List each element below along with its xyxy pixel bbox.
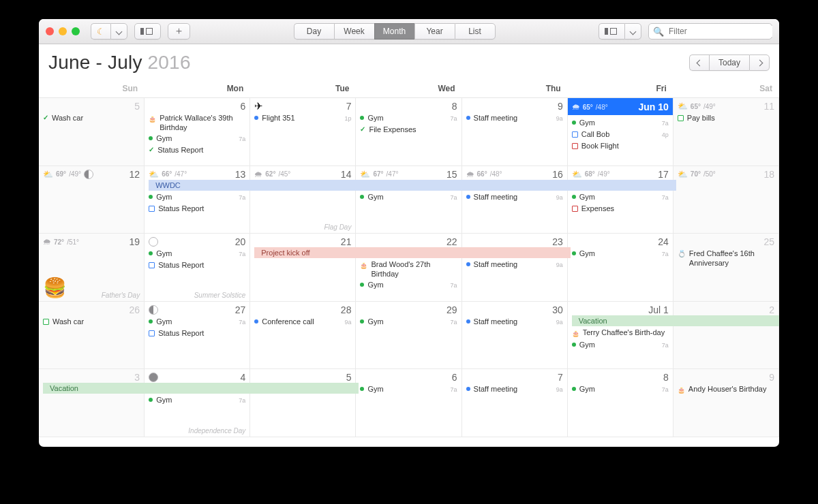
day-cell[interactable]: ⛅68°/49°17Gym7aExpenses bbox=[568, 166, 673, 234]
day-cell[interactable]: 23Staff meeting9a bbox=[462, 234, 568, 302]
day-cell[interactable]: 8Gym7a✓File Expenses bbox=[356, 98, 461, 166]
event-item[interactable]: Gym7a bbox=[149, 133, 245, 144]
event-item[interactable]: Staff meeting9a bbox=[466, 112, 563, 124]
event-item[interactable]: Gym7a bbox=[572, 339, 669, 351]
event-item[interactable]: 🎂Terry Chaffee's Birth-day bbox=[572, 327, 669, 339]
event-item[interactable]: Book Flight bbox=[572, 140, 669, 151]
event-item[interactable]: 🎂Patrick Wallace's 39th Birthday bbox=[149, 112, 245, 133]
event-item[interactable]: 🎂Andy Houser's Birthday bbox=[678, 383, 774, 396]
event-time: 9a bbox=[556, 385, 563, 394]
day-cell[interactable]: 2 bbox=[673, 302, 779, 370]
day-cell[interactable]: 24Gym7a bbox=[568, 234, 673, 302]
event-item[interactable]: Gym7a bbox=[360, 383, 457, 395]
day-cell[interactable]: ⛅70°/50°18 bbox=[673, 166, 779, 234]
checkbox-icon bbox=[149, 330, 155, 336]
event-item[interactable]: Gym7a bbox=[149, 191, 245, 203]
event-item[interactable]: Gym7a bbox=[360, 279, 457, 291]
weather-hi: 72° bbox=[54, 238, 64, 246]
dot-icon bbox=[466, 387, 470, 391]
mode-dropdown[interactable] bbox=[110, 23, 127, 40]
event-item[interactable]: Staff meeting9a bbox=[466, 259, 563, 270]
day-cell[interactable]: ⛅69°/49° 12 bbox=[39, 166, 145, 234]
add-event-button[interactable]: ＋ bbox=[168, 23, 190, 40]
day-cell[interactable]: 21 bbox=[250, 234, 356, 302]
inspector-button[interactable] bbox=[599, 23, 624, 40]
day-cell[interactable]: ✈7Flight 3511p bbox=[250, 98, 356, 166]
minimize-icon[interactable] bbox=[59, 27, 67, 35]
day-cell[interactable]: 30Staff meeting9a bbox=[462, 302, 568, 370]
event-item[interactable]: Status Report bbox=[149, 328, 245, 338]
event-item[interactable]: Gym7a bbox=[149, 394, 245, 406]
day-cell[interactable]: 6🎂Patrick Wallace's 39th BirthdayGym7a✓S… bbox=[145, 98, 250, 166]
day-cell[interactable]: 🌧72°/51°19Father's Day🍔 bbox=[39, 234, 145, 302]
month-grid[interactable]: 5✓Wash car6🎂Patrick Wallace's 39th Birth… bbox=[39, 98, 779, 437]
event-item[interactable]: Gym7a bbox=[360, 316, 457, 328]
event-item[interactable]: Wash car bbox=[43, 316, 140, 327]
view-list[interactable]: List bbox=[455, 23, 496, 40]
view-month[interactable]: Month bbox=[374, 23, 414, 40]
event-item[interactable]: ✓Status Report bbox=[149, 144, 245, 155]
event-item[interactable]: 💍Fred Chaffee's 16th Anniversary bbox=[678, 248, 774, 268]
event-item[interactable]: 🎂Brad Wood's 27th Birthday bbox=[360, 259, 457, 279]
day-cell[interactable]: ⛅66°/47°13Gym7aStatus Report bbox=[145, 166, 250, 234]
event-item[interactable]: Gym7a bbox=[572, 383, 669, 395]
day-cell[interactable]: 27Gym7aStatus Report bbox=[145, 302, 250, 370]
day-cell[interactable]: 20Gym7aStatus ReportSummer Solstice bbox=[145, 234, 250, 302]
event-label: Fred Chaffee's 16th Anniversary bbox=[689, 249, 774, 268]
event-item[interactable]: Gym7a bbox=[360, 112, 457, 124]
day-cell[interactable]: 22🎂Brad Wood's 27th BirthdayGym7a bbox=[356, 234, 461, 302]
night-mode-button[interactable]: ☾ bbox=[91, 23, 110, 40]
event-item[interactable]: Gym7a bbox=[572, 117, 669, 129]
day-cell[interactable]: 4Gym7aIndependence Day bbox=[145, 369, 250, 437]
day-cell[interactable]: 🌧66°/48°16Staff meeting9a bbox=[462, 166, 568, 234]
event-item[interactable]: Status Report bbox=[149, 203, 245, 214]
event-item[interactable]: Conference call9a bbox=[254, 316, 351, 328]
day-cell[interactable]: 8Gym7a bbox=[568, 369, 673, 437]
day-cell[interactable]: ⛅67°/47°15Gym7a bbox=[356, 166, 461, 234]
event-item[interactable]: Flight 3511p bbox=[254, 112, 351, 124]
zoom-icon[interactable] bbox=[72, 27, 80, 35]
dow-tue: Tue bbox=[250, 81, 356, 97]
event-item[interactable]: Gym7a bbox=[149, 248, 245, 259]
day-cell[interactable]: Jul 1🎂Terry Chaffee's Birth-dayGym7a bbox=[568, 302, 673, 370]
search-field[interactable]: 🔍 bbox=[648, 23, 772, 40]
event-item[interactable]: Pay bills bbox=[678, 112, 774, 123]
day-cell[interactable]: 🌧62°/45°14Flag Day bbox=[250, 166, 356, 234]
day-cell[interactable]: 29Gym7a bbox=[356, 302, 461, 370]
event-item[interactable]: ✓Wash car bbox=[43, 112, 140, 123]
search-input[interactable] bbox=[667, 26, 772, 37]
day-cell[interactable]: 28Conference call9a bbox=[250, 302, 356, 370]
close-icon[interactable] bbox=[46, 27, 54, 35]
day-cell[interactable]: 6Gym7a bbox=[356, 369, 461, 437]
event-item[interactable]: Gym7a bbox=[149, 316, 245, 328]
day-cell[interactable]: ⛅65°/49°11Pay bills bbox=[673, 98, 779, 166]
today-button[interactable]: Today bbox=[709, 54, 749, 71]
day-cell[interactable]: 5✓Wash car bbox=[39, 98, 145, 166]
day-cell[interactable]: 26Wash car bbox=[39, 302, 145, 370]
event-item[interactable]: Expenses bbox=[572, 203, 669, 214]
event-item[interactable]: Gym7a bbox=[360, 191, 457, 203]
prev-month-button[interactable] bbox=[689, 54, 709, 71]
event-item[interactable]: Status Report bbox=[149, 259, 245, 270]
event-item[interactable]: Gym7a bbox=[572, 248, 669, 259]
day-cell[interactable]: 9Staff meeting9a bbox=[462, 98, 568, 166]
day-cell[interactable]: 7Staff meeting9a bbox=[462, 369, 568, 437]
event-item[interactable]: Staff meeting9a bbox=[466, 316, 563, 328]
day-cell[interactable]: 🌧65°/48°Jun 10Gym7aCall Bob4pBook Flight bbox=[568, 98, 673, 166]
day-cell[interactable]: 9🎂Andy Houser's Birthday bbox=[673, 369, 779, 437]
event-label: Expenses bbox=[581, 204, 669, 213]
event-item[interactable]: Gym7a bbox=[572, 191, 669, 203]
day-cell[interactable]: 3 bbox=[39, 369, 145, 437]
next-month-button[interactable] bbox=[749, 54, 770, 71]
event-item[interactable]: Staff meeting9a bbox=[466, 383, 563, 395]
sidebar-toggle-button[interactable] bbox=[134, 23, 161, 40]
event-item[interactable]: Staff meeting9a bbox=[466, 191, 563, 203]
event-item[interactable]: ✓File Expenses bbox=[360, 124, 457, 135]
day-cell[interactable]: 5 bbox=[250, 369, 356, 437]
event-item[interactable]: Call Bob4p bbox=[572, 129, 669, 140]
inspector-dropdown[interactable] bbox=[624, 23, 641, 40]
view-week[interactable]: Week bbox=[334, 23, 374, 40]
view-day[interactable]: Day bbox=[294, 23, 334, 40]
day-cell[interactable]: 25💍Fred Chaffee's 16th Anniversary bbox=[673, 234, 779, 302]
view-year[interactable]: Year bbox=[414, 23, 455, 40]
